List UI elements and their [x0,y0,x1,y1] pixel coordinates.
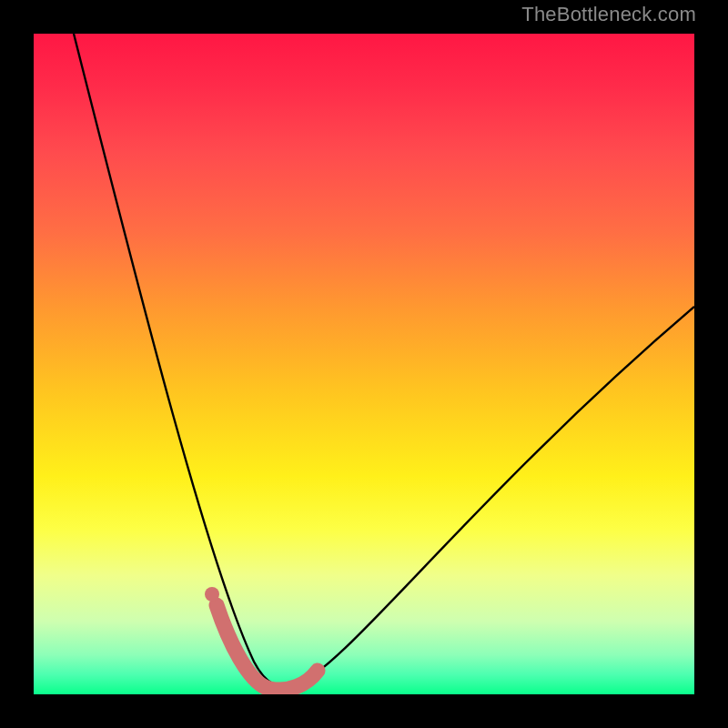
curve-layer [34,34,694,694]
attribution-label: TheBottleneck.com [521,3,696,26]
chart-frame: TheBottleneck.com [0,0,728,728]
plot-area [34,34,694,694]
highlight-dot [205,587,219,602]
bottleneck-curve [74,34,694,687]
highlight-segment [217,605,318,690]
